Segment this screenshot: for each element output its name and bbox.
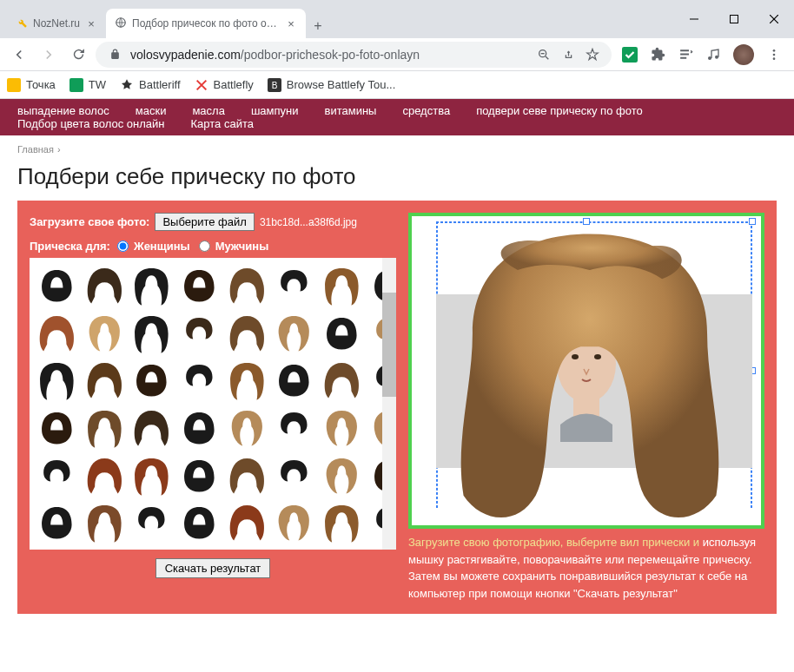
- close-button[interactable]: [754, 0, 794, 38]
- hairstyle-thumb[interactable]: [177, 453, 222, 497]
- menu-icon[interactable]: [766, 47, 782, 63]
- radio-women[interactable]: [117, 240, 129, 252]
- hairstyle-thumb[interactable]: [272, 453, 316, 497]
- list-extension-icon[interactable]: [678, 47, 693, 63]
- hairstyle-thumb[interactable]: [225, 311, 269, 355]
- hairstyle-thumb[interactable]: [35, 453, 79, 497]
- radio-men[interactable]: [199, 240, 210, 252]
- hairstyle-thumb[interactable]: [272, 311, 316, 355]
- scrollbar[interactable]: [382, 258, 396, 550]
- nav-link[interactable]: витамины: [324, 104, 376, 117]
- hairstyle-thumb[interactable]: [83, 405, 127, 450]
- zoom-icon[interactable]: [535, 46, 552, 63]
- forward-button[interactable]: [36, 43, 61, 67]
- tab-noznet[interactable]: NozNet.ru ×: [7, 9, 106, 38]
- bookmark-tochka[interactable]: Точка: [7, 78, 56, 92]
- choose-file-button[interactable]: Выберите файл: [155, 213, 254, 231]
- hairstyle-thumb[interactable]: [129, 453, 174, 497]
- download-button[interactable]: Скачать результат: [155, 558, 271, 578]
- left-column: Загрузите свое фото: Выберите файл 31bc1…: [30, 213, 396, 602]
- bookmark-icon: [69, 78, 83, 92]
- close-icon[interactable]: ×: [285, 17, 297, 30]
- nav-link[interactable]: масла: [192, 104, 224, 117]
- hairstyle-thumb[interactable]: [129, 405, 174, 450]
- hairstyle-thumb[interactable]: [320, 453, 364, 497]
- hairstyle-thumb[interactable]: [177, 405, 222, 450]
- puzzle-extension-icon[interactable]: [650, 47, 665, 63]
- resize-handle[interactable]: [749, 218, 756, 225]
- hairstyle-thumb[interactable]: [272, 405, 316, 450]
- hairstyle-thumb[interactable]: [83, 263, 127, 307]
- nav-link[interactable]: средства: [402, 104, 450, 117]
- scroll-thumb[interactable]: [382, 293, 396, 397]
- close-icon[interactable]: ×: [85, 17, 97, 30]
- bookmark-label: Browse Battlefy Tou...: [287, 78, 396, 91]
- hairstyle-thumb[interactable]: [35, 500, 79, 544]
- breadcrumb-home[interactable]: Главная: [17, 144, 54, 155]
- url-text: volosvypadenie.com/podbor-prichesok-po-f…: [130, 48, 528, 62]
- bookmark-tw[interactable]: TW: [69, 78, 106, 92]
- hairstyle-thumb[interactable]: [83, 500, 127, 544]
- bookmark-icon: B: [268, 78, 281, 92]
- resize-handle[interactable]: [583, 218, 590, 225]
- svg-point-10: [715, 55, 718, 58]
- hairstyle-thumb[interactable]: [320, 500, 364, 544]
- maximize-button[interactable]: [714, 0, 754, 38]
- music-extension-icon[interactable]: [705, 47, 721, 63]
- bookmark-label: Battlefly: [214, 78, 254, 91]
- reload-button[interactable]: [66, 43, 90, 67]
- hairstyle-thumb[interactable]: [225, 500, 269, 544]
- hairstyle-thumb[interactable]: [129, 263, 174, 307]
- hairstyle-thumb[interactable]: [177, 311, 222, 355]
- upload-row: Загрузите свое фото: Выберите файл 31bc1…: [30, 213, 396, 231]
- hairstyle-thumb[interactable]: [320, 311, 364, 355]
- hairstyle-thumb[interactable]: [320, 263, 364, 307]
- hairstyle-thumb[interactable]: [272, 263, 316, 307]
- hairstyle-thumb[interactable]: [225, 263, 269, 307]
- breadcrumb: Главная›: [0, 135, 794, 158]
- check-extension-icon[interactable]: [622, 47, 638, 63]
- share-icon[interactable]: [559, 46, 577, 63]
- profile-avatar[interactable]: [733, 44, 754, 65]
- hairstyle-thumb[interactable]: [177, 500, 222, 544]
- hairstyle-thumb[interactable]: [320, 358, 364, 402]
- window-titlebar: NozNet.ru × Подбор причесок по фото онла…: [0, 0, 794, 38]
- minimize-button[interactable]: [674, 0, 714, 38]
- nav-link[interactable]: Подбор цвета волос онлайн: [17, 117, 165, 130]
- hairstyle-thumb[interactable]: [35, 263, 79, 307]
- hairstyle-thumb[interactable]: [129, 358, 174, 402]
- star-icon[interactable]: [584, 46, 601, 63]
- hairstyle-thumb[interactable]: [272, 500, 316, 544]
- hairstyle-thumb[interactable]: [83, 311, 127, 355]
- hairstyle-thumb[interactable]: [272, 358, 316, 402]
- hairstyle-thumb[interactable]: [83, 358, 127, 402]
- hairstyle-thumb[interactable]: [35, 405, 79, 450]
- hairstyle-thumb[interactable]: [225, 358, 269, 402]
- hairstyle-thumb[interactable]: [225, 453, 269, 497]
- hairstyle-thumb[interactable]: [129, 311, 174, 355]
- main-panel: Загрузите свое фото: Выберите файл 31bc1…: [17, 201, 777, 614]
- back-button[interactable]: [7, 43, 31, 67]
- hairstyle-thumb[interactable]: [83, 453, 127, 497]
- nav-link[interactable]: подвери севе прическу по фото: [476, 104, 643, 117]
- hairstyle-thumb[interactable]: [177, 358, 222, 402]
- hair-overlay[interactable]: [427, 225, 752, 529]
- hairstyle-thumb[interactable]: [35, 311, 79, 355]
- browser-toolbar: volosvypadenie.com/podbor-prichesok-po-f…: [0, 38, 794, 71]
- bookmark-battlefy[interactable]: BBrowse Battlefy Tou...: [268, 78, 396, 92]
- hairstyle-thumb[interactable]: [320, 405, 364, 450]
- address-bar[interactable]: volosvypadenie.com/podbor-prichesok-po-f…: [96, 42, 612, 68]
- tab-hairstyle[interactable]: Подбор причесок по фото онла ×: [106, 9, 306, 38]
- hairstyle-thumb[interactable]: [177, 263, 222, 307]
- hairstyle-thumb[interactable]: [35, 358, 79, 402]
- nav-link[interactable]: Карта сайта: [191, 117, 254, 130]
- new-tab-button[interactable]: +: [306, 14, 330, 38]
- nav-link[interactable]: выпадение волос: [17, 104, 109, 117]
- hairstyle-thumb[interactable]: [225, 405, 269, 450]
- nav-link[interactable]: маски: [136, 104, 167, 117]
- nav-link[interactable]: шампуни: [251, 104, 299, 117]
- bookmark-battlefly[interactable]: Battlefly: [195, 78, 254, 92]
- preview-box[interactable]: [408, 213, 764, 529]
- bookmark-battleriff[interactable]: Battleriff: [120, 78, 180, 92]
- hairstyle-thumb[interactable]: [129, 500, 174, 544]
